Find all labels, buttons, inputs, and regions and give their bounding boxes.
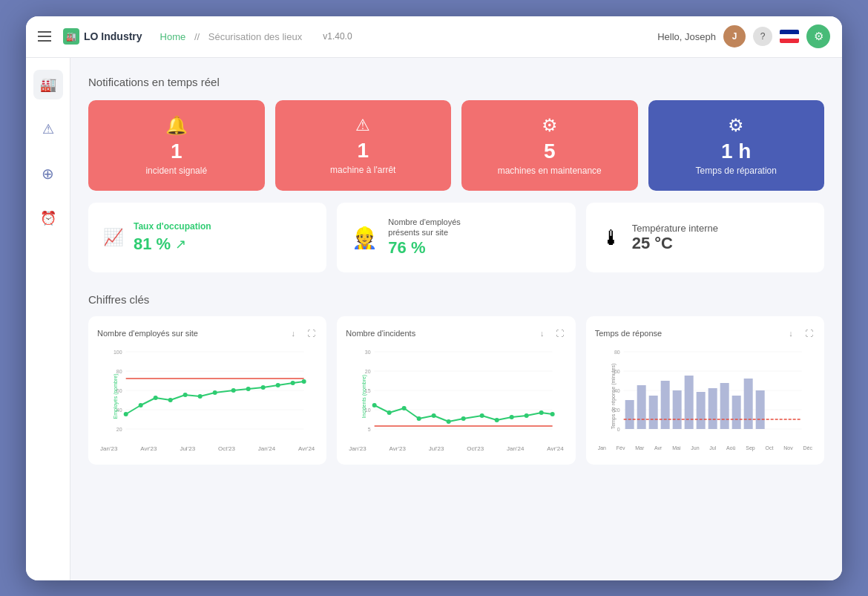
svg-text:80: 80 (116, 369, 122, 374)
svg-point-41 (447, 419, 451, 424)
kpi-row: 🔔 1 incident signalé ⚠ 1 machine à l'arr… (88, 100, 824, 191)
repair-number: 1 h (721, 140, 751, 163)
incident-number: 1 (171, 140, 183, 163)
sidebar-item-alarm[interactable]: ⏰ (33, 203, 63, 233)
maintenance-icon: ⚙ (542, 115, 558, 136)
chart-incidents-svg: 30 20 15 10 5 (346, 344, 566, 441)
expand-icon[interactable]: ⛶ (304, 327, 318, 340)
menu-icon[interactable] (38, 31, 51, 42)
charts-row: Nombre d'employés sur site ↓ ⛶ (88, 316, 824, 465)
svg-rect-68 (720, 383, 729, 429)
svg-point-23 (302, 379, 306, 384)
occupation-label: Taux d'occupation (134, 221, 211, 232)
chart-employees-title: Nombre d'employés sur site (97, 329, 198, 338)
svg-point-17 (213, 390, 217, 395)
machine-stop-icon: ⚠ (355, 116, 370, 135)
svg-point-47 (539, 410, 544, 415)
svg-point-18 (231, 388, 236, 393)
help-button[interactable]: ? (753, 27, 772, 46)
svg-point-42 (461, 416, 466, 421)
svg-point-22 (291, 381, 295, 385)
svg-point-39 (417, 416, 421, 421)
svg-point-40 (432, 413, 436, 418)
machine-stop-number: 1 (357, 140, 369, 163)
download-icon[interactable]: ↓ (286, 327, 300, 340)
charts-title: Chiffres clés (88, 293, 824, 306)
download-icon-3[interactable]: ↓ (784, 327, 798, 340)
svg-rect-66 (696, 392, 705, 429)
header-brand: 🏭 LO Industry (63, 28, 142, 45)
svg-point-11 (124, 412, 128, 416)
employees-sub-label: Nombre d'employés (388, 217, 460, 226)
svg-point-44 (495, 418, 499, 422)
svg-text:20: 20 (116, 427, 122, 432)
svg-point-43 (480, 413, 484, 418)
svg-point-12 (139, 403, 143, 407)
svg-text:80: 80 (614, 350, 620, 355)
svg-text:Incidents (nombre): Incidents (nombre) (361, 375, 367, 418)
warning-icon: ⚠ (42, 121, 54, 137)
expand-icon-2[interactable]: ⛶ (553, 327, 567, 340)
machine-stop-label: machine à l'arrêt (330, 165, 395, 175)
svg-rect-60 (625, 400, 634, 429)
version-label: v1.40.0 (323, 31, 352, 42)
svg-text:Temps de réponse (minutes): Temps de réponse (minutes) (610, 364, 616, 430)
chart-response-title: Temps de réponse (595, 329, 662, 338)
svg-point-16 (198, 394, 203, 399)
svg-point-36 (372, 403, 377, 407)
chart-employees-svg: 100 80 60 40 20 (97, 344, 318, 441)
chart-employees: Nombre d'employés sur site ↓ ⛶ (88, 316, 326, 465)
temperature-value: 25 °C (632, 234, 718, 253)
temperature-label: Température interne (632, 223, 718, 234)
kpi-card-machine-stop: ⚠ 1 machine à l'arrêt (275, 100, 452, 191)
body-layout: 🏭 ⚠ ⊕ ⏰ Notifications en temps réel 🔔 1 (26, 58, 842, 580)
svg-rect-67 (708, 388, 717, 429)
svg-point-45 (510, 415, 514, 419)
chart-incidents-title: Nombre d'incidents (346, 329, 415, 338)
svg-text:Employés (nombre): Employés (nombre) (113, 374, 119, 419)
main-content: Notifications en temps réel 🔔 1 incident… (70, 58, 842, 580)
kpi-card-repair: ⚙ 1 h Temps de réparation (648, 100, 825, 191)
app-wrapper: 🏭 LO Industry Home // Sécurisation des l… (26, 16, 842, 580)
incident-icon: 🔔 (165, 115, 188, 136)
sidebar-item-target[interactable]: ⊕ (33, 159, 63, 189)
svg-rect-62 (648, 396, 657, 429)
svg-text:20: 20 (365, 369, 371, 374)
maintenance-number: 5 (544, 140, 556, 163)
occupation-value: 81 % (134, 235, 171, 254)
svg-point-38 (402, 406, 407, 410)
download-icon-2[interactable]: ↓ (536, 327, 549, 340)
svg-point-19 (246, 387, 251, 391)
avatar: J (723, 25, 746, 48)
factory-icon: 🏭 (40, 76, 56, 93)
svg-text:30: 30 (365, 350, 371, 355)
employees-sub-label2: présents sur site (388, 228, 460, 237)
svg-point-37 (387, 410, 392, 415)
svg-text:0: 0 (617, 427, 619, 432)
temperature-icon: 🌡 (601, 226, 622, 250)
notifications-title: Notifications en temps réel (88, 76, 824, 88)
svg-rect-64 (672, 390, 681, 429)
sidebar-item-warning[interactable]: ⚠ (33, 114, 63, 144)
stats-row: 📈 Taux d'occupation 81 % ↗ 👷 Nombre d'em… (88, 203, 824, 272)
language-flag[interactable] (780, 30, 799, 43)
settings-button[interactable]: ⚙ (806, 24, 830, 48)
chart-incidents: Nombre d'incidents ↓ ⛶ (337, 316, 575, 465)
expand-icon-3[interactable]: ⛶ (802, 327, 815, 340)
employees-icon: 👷 (352, 226, 378, 250)
chart-response: Temps de réponse ↓ ⛶ (586, 316, 824, 465)
svg-rect-65 (684, 376, 693, 429)
occupation-icon: 📈 (103, 228, 123, 247)
header-right: Hello, Joseph J ? ⚙ (657, 24, 830, 48)
alarm-icon: ⏰ (40, 210, 56, 226)
svg-point-20 (261, 385, 266, 390)
svg-point-46 (525, 413, 529, 418)
kpi-card-incident: 🔔 1 incident signalé (88, 100, 265, 191)
svg-rect-70 (743, 379, 752, 429)
sidebar-item-factory[interactable]: 🏭 (33, 70, 63, 99)
brand-name: LO Industry (84, 30, 142, 42)
svg-point-21 (276, 383, 280, 387)
brand-icon: 🏭 (63, 28, 79, 45)
repair-label: Temps de réparation (696, 166, 777, 176)
stat-occupation: 📈 Taux d'occupation 81 % ↗ (88, 203, 326, 272)
